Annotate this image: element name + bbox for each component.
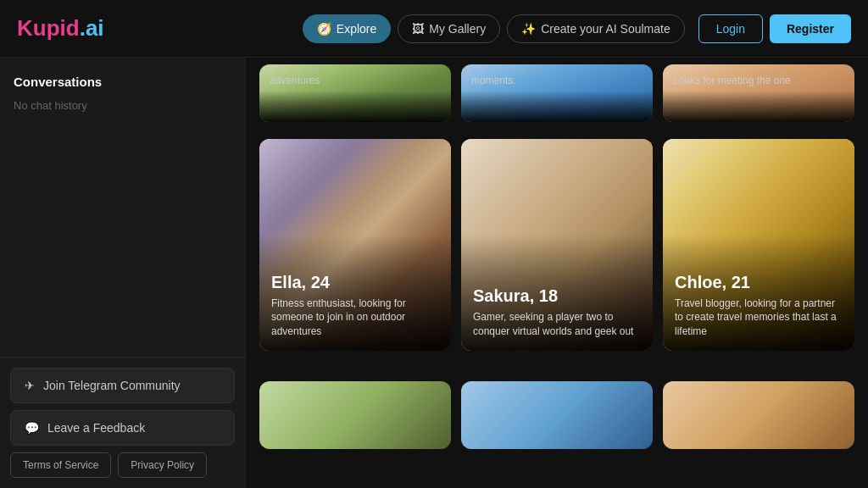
card-ella-overlay: Ella, 24 Fitness enthusiast, looking for…: [259, 261, 451, 351]
card-top-3[interactable]: Looks for meeting the one: [663, 64, 854, 122]
card-bottom-3[interactable]: [663, 381, 854, 449]
logo-ai: .ai: [80, 15, 104, 41]
register-button[interactable]: Register: [770, 14, 851, 43]
card-sakura-name: Sakura, 18: [473, 286, 641, 306]
tos-button[interactable]: Terms of Service: [10, 452, 111, 478]
conversations-section: Conversations No chat history: [0, 58, 245, 357]
nav-pills: 🧭 Explore 🖼 My Gallery ✨ Create your AI …: [303, 14, 685, 43]
compass-icon: 🧭: [317, 22, 331, 36]
card-bottom-1[interactable]: [259, 381, 451, 449]
logo-kupid: Kupid: [17, 15, 80, 41]
feedback-icon: 💬: [25, 421, 39, 435]
feedback-label: Leave a Feedback: [47, 421, 145, 435]
bottom-row: [246, 374, 868, 463]
gallery-label: My Gallery: [429, 22, 486, 36]
card-chloe-overlay: Chloe, 21 Travel blogger, looking for a …: [663, 261, 854, 351]
card-bottom-2[interactable]: [461, 381, 653, 449]
sidebar: Conversations No chat history ✈ Join Tel…: [0, 58, 246, 488]
card-chloe-name: Chloe, 21: [675, 273, 843, 292]
create-label: Create your AI Soulmate: [541, 22, 670, 36]
feedback-button[interactable]: 💬 Leave a Feedback: [10, 410, 235, 446]
logo: Kupid.ai: [17, 15, 104, 42]
telegram-icon: ✈: [25, 379, 35, 392]
telegram-label: Join Telegram Community: [43, 379, 181, 392]
card-chloe-desc: Travel blogger, looking for a partner to…: [675, 297, 843, 339]
card-sakura[interactable]: Sakura, 18 Gamer, seeking a player two t…: [461, 139, 653, 351]
conversations-title: Conversations: [14, 75, 231, 89]
explore-label: Explore: [337, 22, 376, 36]
card-sakura-overlay: Sakura, 18 Gamer, seeking a player two t…: [461, 274, 653, 351]
login-button[interactable]: Login: [698, 14, 763, 43]
sidebar-bottom: ✈ Join Telegram Community 💬 Leave a Feed…: [0, 357, 245, 488]
card-top-2[interactable]: moments.: [461, 64, 653, 122]
gallery-tab[interactable]: 🖼 My Gallery: [398, 14, 500, 43]
main-layout: Conversations No chat history ✈ Join Tel…: [0, 58, 868, 488]
telegram-button[interactable]: ✈ Join Telegram Community: [10, 368, 235, 403]
privacy-button[interactable]: Privacy Policy: [118, 452, 207, 478]
sidebar-links: Terms of Service Privacy Policy: [10, 452, 235, 478]
gallery-icon: 🖼: [412, 22, 424, 36]
main-row: Ella, 24 Fitness enthusiast, looking for…: [246, 132, 868, 364]
card-ella[interactable]: Ella, 24 Fitness enthusiast, looking for…: [259, 139, 451, 351]
create-tab[interactable]: ✨ Create your AI Soulmate: [507, 14, 685, 43]
top-row: adventures moments. Looks for meeting th…: [246, 58, 868, 122]
explore-tab[interactable]: 🧭 Explore: [303, 14, 391, 43]
card-chloe[interactable]: Chloe, 21 Travel blogger, looking for a …: [663, 139, 854, 351]
card-top-1[interactable]: adventures: [259, 64, 451, 122]
sparkle-icon: ✨: [521, 22, 536, 36]
card-ella-desc: Fitness enthusiast, looking for someone …: [271, 297, 439, 339]
card-ella-name: Ella, 24: [271, 273, 439, 292]
header: Kupid.ai 🧭 Explore 🖼 My Gallery ✨ Create…: [0, 0, 868, 58]
main-content: adventures moments. Looks for meeting th…: [246, 58, 868, 488]
no-chat-label: No chat history: [14, 99, 231, 112]
card-sakura-desc: Gamer, seeking a player two to conquer v…: [473, 310, 641, 339]
auth-buttons: Login Register: [698, 14, 851, 43]
